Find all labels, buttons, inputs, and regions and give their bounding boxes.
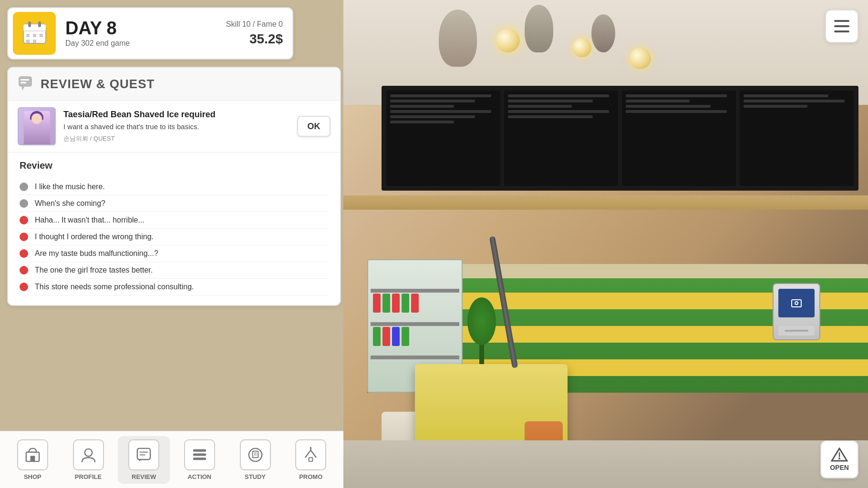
svg-rect-25 <box>193 453 206 456</box>
svg-point-19 <box>84 448 92 456</box>
svg-rect-34 <box>834 20 849 22</box>
svg-rect-36 <box>834 30 849 32</box>
day-title: DAY 8 <box>65 19 202 37</box>
quest-card: Taesia/Red Bean Shaved Ice required I wa… <box>8 101 340 152</box>
nav-label-study: STUDY <box>245 473 266 480</box>
review-dot <box>20 249 28 258</box>
review-item: Are my taste buds malfunctioning...? <box>20 245 329 262</box>
svg-rect-28 <box>252 451 258 458</box>
svg-rect-11 <box>26 40 30 43</box>
review-list: I like the music here.When's she coming?… <box>20 179 329 295</box>
nav-item-study[interactable]: STUDY <box>229 436 281 484</box>
money: 35.2$ <box>207 31 283 47</box>
promo-icon <box>295 439 326 470</box>
svg-point-2 <box>796 302 797 304</box>
review-dot <box>20 266 28 274</box>
review-item: Haha... It wasn't that... horrible... <box>20 212 329 229</box>
open-button-label: OPEN <box>830 464 849 471</box>
svg-rect-20 <box>137 448 150 459</box>
review-text: Are my taste buds malfunctioning...? <box>35 249 158 258</box>
review-item: I thought I ordered the wrong thing. <box>20 229 329 245</box>
pos-screen <box>778 289 815 317</box>
quest-avatar <box>18 107 56 145</box>
nav-item-review[interactable]: REVIEW <box>118 436 170 484</box>
skill-fame: Skill 10 / Fame 0 <box>207 20 283 29</box>
svg-point-33 <box>310 447 312 448</box>
quest-title: Taesia/Red Bean Shaved Ice required <box>63 110 291 120</box>
svg-rect-13 <box>19 76 32 87</box>
svg-rect-12 <box>33 40 36 43</box>
review-icon <box>128 439 159 470</box>
nav-item-action[interactable]: ACTION <box>174 436 226 484</box>
svg-rect-6 <box>28 21 31 27</box>
svg-marker-14 <box>21 87 24 91</box>
review-quest-section: REVIEW & QUEST Taesia/Red Bean Shaved Ic… <box>7 67 341 306</box>
review-text: I like the music here. <box>35 183 105 191</box>
quest-content: Taesia/Red Bean Shaved Ice required I wa… <box>63 110 291 143</box>
review-dot <box>20 199 28 208</box>
svg-marker-23 <box>139 459 142 461</box>
day-subtitle: Day 302 end game <box>65 39 202 48</box>
svg-rect-16 <box>21 82 26 83</box>
nav-label-action: ACTION <box>187 473 211 480</box>
review-item: When's she coming? <box>20 195 329 212</box>
review-dot <box>20 216 28 224</box>
svg-rect-7 <box>38 21 41 27</box>
review-item: This store needs some professional consu… <box>20 279 329 295</box>
review-text: When's she coming? <box>35 199 105 208</box>
nav-label-profile: PROFILE <box>75 473 102 480</box>
quest-tags: 손님의뢰 / QUEST <box>63 134 291 143</box>
svg-rect-35 <box>834 25 849 27</box>
profile-icon <box>73 439 104 470</box>
quest-description: I want a shaved ice that's true to its b… <box>63 122 291 131</box>
nav-item-shop[interactable]: SHOP <box>7 436 59 484</box>
calendar-icon <box>13 12 56 55</box>
nav-item-promo[interactable]: PROMO <box>285 436 337 484</box>
svg-rect-8 <box>26 34 30 37</box>
svg-rect-4 <box>23 24 46 31</box>
svg-rect-10 <box>40 34 43 37</box>
action-icon <box>184 439 215 470</box>
svg-rect-9 <box>33 34 36 37</box>
bottom-nav: SHOPPROFILEREVIEWACTIONSTUDYPROMO <box>0 431 343 488</box>
review-item: The one the girl froze tastes better. <box>20 262 329 279</box>
rq-header: REVIEW & QUEST <box>8 68 340 101</box>
nav-label-shop: SHOP <box>24 473 41 480</box>
svg-rect-24 <box>193 449 206 451</box>
ok-button[interactable]: OK <box>297 116 331 137</box>
menu-boards <box>382 86 858 191</box>
review-section: Review I like the music here.When's she … <box>8 152 340 305</box>
svg-rect-26 <box>193 458 206 460</box>
nav-label-promo: PROMO <box>299 473 322 480</box>
review-dot <box>20 233 28 241</box>
review-text: The one the girl froze tastes better. <box>35 266 153 274</box>
review-text: Haha... It wasn't that... horrible... <box>35 216 145 224</box>
review-text: I thought I ordered the wrong thing. <box>35 233 154 241</box>
shop-icon <box>17 439 48 470</box>
study-icon <box>240 439 271 470</box>
review-dot <box>20 283 28 291</box>
speech-bubble-icon <box>18 75 35 92</box>
svg-point-39 <box>838 458 840 459</box>
rq-title: REVIEW & QUEST <box>41 77 155 92</box>
left-panel: DAY 8 Day 302 end game Skill 10 / Fame 0… <box>0 0 343 488</box>
svg-rect-15 <box>21 79 29 81</box>
review-section-title: Review <box>20 160 329 171</box>
menu-button[interactable] <box>825 10 858 43</box>
day-header: DAY 8 Day 302 end game Skill 10 / Fame 0… <box>7 7 293 60</box>
open-button[interactable]: OPEN <box>820 440 858 478</box>
review-item: I like the music here. <box>20 179 329 195</box>
nav-item-profile[interactable]: PROFILE <box>62 436 114 484</box>
review-text: This store needs some professional consu… <box>35 283 194 291</box>
svg-rect-18 <box>30 456 35 461</box>
nav-label-review: REVIEW <box>132 473 156 480</box>
svg-rect-31 <box>309 458 313 461</box>
review-dot <box>20 183 28 191</box>
